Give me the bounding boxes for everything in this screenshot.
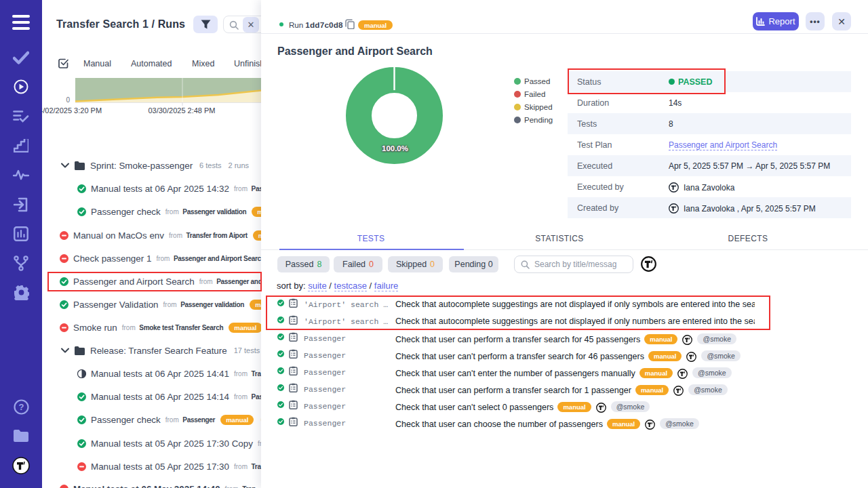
svg-text:0: 0 <box>66 96 70 104</box>
svg-text:03/30/2025 2:48 PM: 03/30/2025 2:48 PM <box>148 106 215 115</box>
svg-text:?: ? <box>18 402 24 412</box>
svg-text:04/02/2025 3:20 PM: 04/02/2025 3:20 PM <box>42 106 102 115</box>
